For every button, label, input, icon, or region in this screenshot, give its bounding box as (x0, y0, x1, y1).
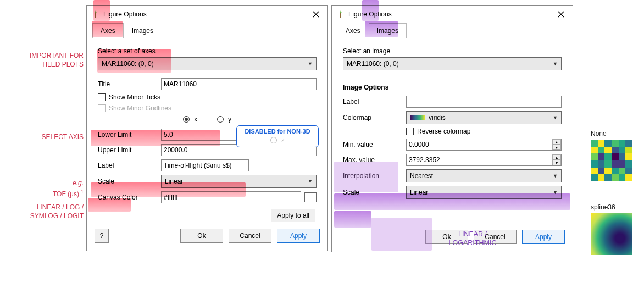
axis-label-input[interactable] (161, 159, 249, 171)
select-image-label: Select an image (343, 47, 562, 55)
show-minor-ticks-label: Show Minor Ticks (109, 93, 160, 101)
svg-rect-1 (340, 13, 341, 18)
radio-z-indicator (270, 137, 277, 143)
tab-images[interactable]: Images (124, 23, 162, 38)
canvas-color-input[interactable] (161, 191, 301, 203)
apply-button[interactable]: Apply (522, 230, 565, 244)
colormap-value: viridis (429, 114, 446, 121)
tab-images[interactable]: Images (369, 23, 407, 38)
canvas-color-swatch[interactable] (304, 192, 317, 202)
colormap-select[interactable]: viridis (406, 111, 562, 124)
radio-x-indicator (183, 116, 190, 123)
ann-purple-scales: LINEAR / LOGARITHMIC (434, 230, 511, 248)
spin-down-icon[interactable]: ▼ (552, 160, 561, 165)
spin-up-icon[interactable]: ▲ (552, 154, 561, 160)
ok-button[interactable]: Ok (180, 229, 223, 243)
axis-label-label: Label (98, 162, 161, 169)
spin-up-icon[interactable]: ▲ (552, 139, 561, 145)
show-minor-ticks-checkbox[interactable] (98, 93, 106, 101)
images-titlebar: Figure Options (332, 6, 573, 23)
scale-select[interactable]: Linear (161, 175, 317, 188)
tab-axes[interactable]: Axes (337, 23, 369, 38)
image-scale-label: Scale (343, 189, 406, 196)
thumb-none-label: None (591, 130, 607, 137)
interpolation-label: Interpolation (343, 172, 406, 180)
radio-y[interactable]: y (217, 115, 231, 123)
axes-titlebar: Figure Options (87, 6, 327, 23)
select-axes[interactable]: MAR11060: (0, 0) (98, 57, 317, 70)
close-icon[interactable] (553, 8, 569, 20)
radio-x[interactable]: x (183, 115, 197, 123)
interpolation-select[interactable]: Nearest (406, 169, 562, 182)
reverse-colormap-label: Reverse colormap (417, 128, 470, 135)
ann-important: IMPORTANT FOR TILED PLOTS (1, 52, 84, 69)
select-axes-value: MAR11060: (0, 0) (102, 60, 154, 68)
thumb-spline (591, 213, 632, 255)
images-tabs: Axes Images (337, 23, 567, 38)
thumb-none (591, 140, 632, 181)
select-image[interactable]: MAR11060: (0, 0) (343, 57, 562, 70)
tab-axes[interactable]: Axes (92, 23, 124, 38)
disabled-non3d-callout: DISABLED for NON-3D z (236, 125, 319, 147)
title-label: Title (98, 80, 161, 88)
help-button[interactable]: ? (95, 229, 109, 243)
apply-button[interactable]: Apply (277, 229, 320, 243)
svg-rect-0 (95, 13, 96, 18)
spin-down-icon[interactable]: ▼ (552, 145, 561, 150)
upper-limit-label: Upper Limit (98, 146, 161, 154)
min-value-label: Min. value (343, 141, 406, 148)
viridis-swatch-icon (410, 115, 425, 120)
ann-eg: e.g. (1, 179, 84, 188)
close-icon[interactable] (308, 8, 324, 20)
scale-label: Scale (98, 178, 161, 185)
colormap-label: Colormap (343, 114, 406, 121)
max-value-label: Max. value (343, 156, 406, 164)
figure-icon (91, 10, 100, 19)
show-minor-gridlines-label: Show Minor Gridlines (109, 104, 171, 112)
image-scale-value: Linear (410, 189, 428, 196)
apply-to-all-button[interactable]: Apply to all (271, 209, 315, 222)
ann-tof: TOF (μs)-1 (1, 189, 84, 199)
select-axes-label: Select a set of axes (98, 47, 317, 55)
axes-tabs: Axes Images (92, 23, 322, 38)
image-label-input[interactable] (406, 96, 562, 108)
scale-value: Linear (165, 178, 183, 185)
canvas-color-label: Canvas Color (98, 193, 161, 201)
images-title: Figure Options (348, 10, 392, 18)
image-label-label: Label (343, 98, 406, 106)
title-input[interactable] (161, 78, 317, 90)
ann-select-axis: SELECT AXIS (1, 133, 84, 142)
image-scale-select[interactable]: Linear (406, 186, 562, 199)
reverse-colormap-checkbox[interactable] (406, 128, 414, 135)
select-image-value: MAR11060: (0, 0) (347, 60, 399, 68)
show-minor-gridlines-checkbox (98, 104, 106, 112)
max-value-input[interactable]: ▲▼ (406, 154, 562, 166)
interpolation-value: Nearest (410, 172, 433, 180)
images-dialog: Figure Options Axes Images Select an ima… (331, 5, 573, 252)
radio-y-indicator (217, 116, 224, 123)
lower-limit-label: Lower Limit (98, 131, 161, 139)
cancel-button[interactable]: Cancel (229, 229, 271, 243)
min-value-input[interactable]: ▲▼ (406, 139, 562, 151)
ann-scales: LINEAR / LOG / SYMLOG / LOGIT (1, 203, 84, 220)
thumb-spline-label: spline36 (591, 203, 615, 211)
axes-title: Figure Options (103, 10, 147, 18)
figure-icon (336, 10, 345, 19)
image-options-header: Image Options (343, 84, 562, 91)
